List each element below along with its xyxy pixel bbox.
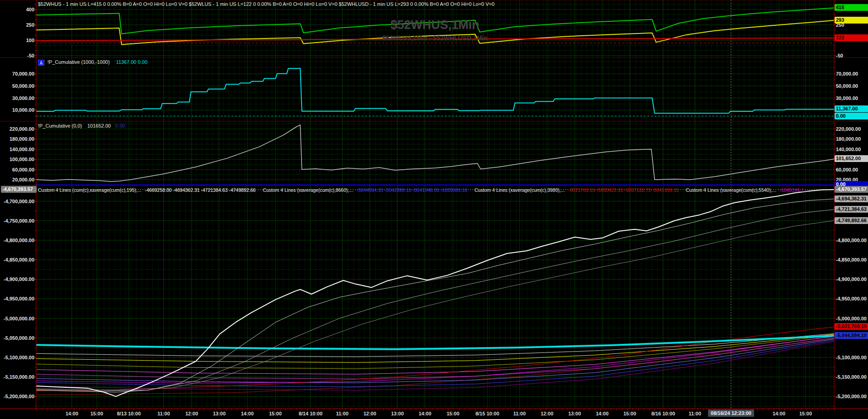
chart-canvas[interactable]: [0, 0, 868, 419]
trading-chart-window: $52WHUS,1Min $52WLUS,1Min - $52WHLUSD,1M…: [0, 0, 868, 419]
